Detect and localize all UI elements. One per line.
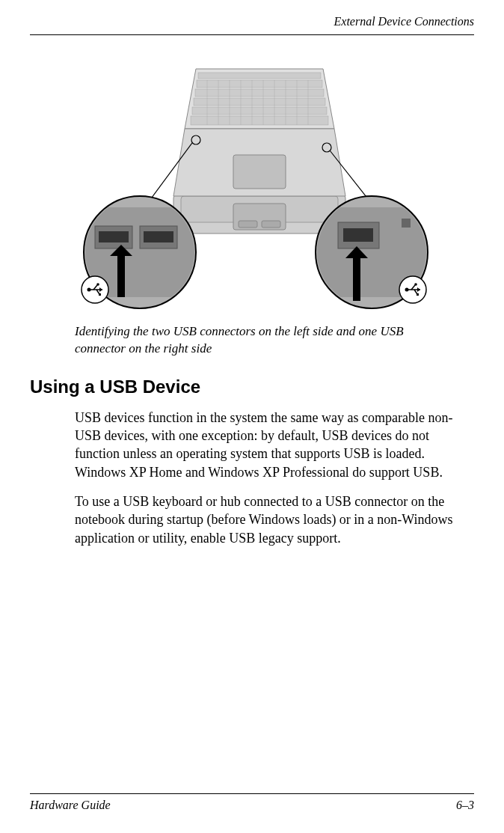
body-paragraph-2: To use a USB keyboard or hub connected t… <box>75 492 459 547</box>
svg-rect-5 <box>198 73 321 79</box>
svg-rect-39 <box>99 293 101 296</box>
page-footer: Hardware Guide 6–3 <box>30 793 474 812</box>
svg-rect-6 <box>197 80 322 88</box>
chapter-title: External Device Connections <box>334 15 475 28</box>
figure-illustration <box>30 58 474 312</box>
svg-rect-10 <box>191 116 328 125</box>
footer-doc-title: Hardware Guide <box>30 799 111 812</box>
svg-point-37 <box>96 283 99 286</box>
svg-point-50 <box>414 283 417 286</box>
svg-rect-21 <box>233 155 286 189</box>
svg-rect-52 <box>417 293 419 296</box>
laptop-usb-diagram <box>73 58 431 312</box>
svg-rect-45 <box>402 219 411 228</box>
page-header: External Device Connections <box>30 15 474 35</box>
svg-rect-4 <box>262 221 280 228</box>
svg-rect-44 <box>343 228 373 242</box>
svg-rect-3 <box>239 221 257 228</box>
svg-rect-9 <box>192 107 327 115</box>
figure-caption: Identifying the two USB connectors on th… <box>75 323 444 358</box>
svg-rect-8 <box>194 98 325 106</box>
svg-rect-7 <box>195 89 324 97</box>
svg-rect-32 <box>144 231 173 242</box>
svg-rect-30 <box>99 231 129 242</box>
body-paragraph-1: USB devices function in the system the s… <box>75 409 459 481</box>
section-heading: Using a USB Device <box>30 376 474 397</box>
footer-page-number: 6–3 <box>456 799 474 812</box>
